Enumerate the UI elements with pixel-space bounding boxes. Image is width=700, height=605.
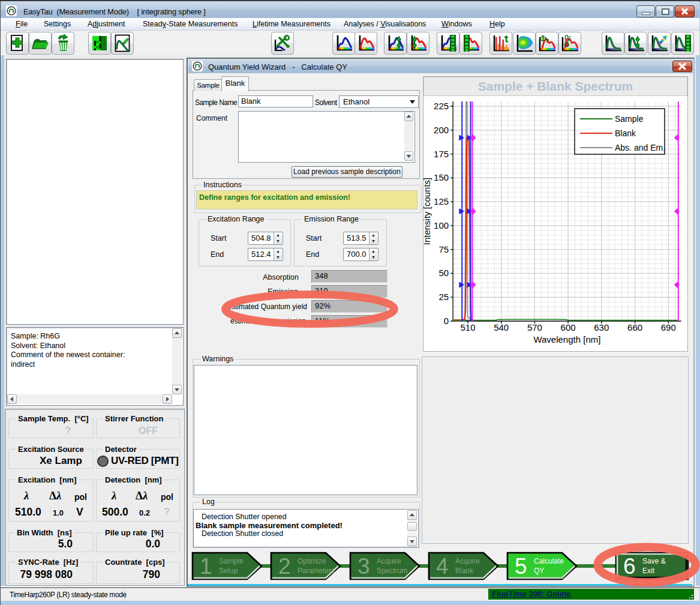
svg-text:25: 25: [438, 292, 449, 302]
svg-text:200: 200: [434, 125, 449, 135]
svg-text:F: F: [546, 38, 549, 44]
svg-text:600: 600: [561, 322, 576, 333]
svg-text:Spectrum: Spectrum: [377, 567, 407, 575]
svg-text:Blank: Blank: [615, 128, 636, 138]
svg-text:Calculate: Calculate: [534, 557, 564, 565]
svg-text:125: 125: [434, 196, 449, 206]
svg-text:QY: QY: [534, 567, 544, 575]
svg-text:Wavelength [nm]: Wavelength [nm]: [533, 334, 600, 345]
svg-text:175: 175: [434, 149, 449, 159]
svg-text:4: 4: [436, 554, 449, 579]
svg-text:540: 540: [494, 322, 509, 333]
svg-text:Blank: Blank: [455, 567, 474, 575]
svg-text:50: 50: [438, 268, 449, 278]
svg-text:100: 100: [434, 220, 449, 230]
svg-text:660: 660: [627, 322, 642, 333]
svg-text:5: 5: [515, 554, 527, 579]
svg-text:Sample: Sample: [615, 114, 644, 124]
svg-text:690: 690: [661, 322, 676, 333]
svg-text:510: 510: [460, 322, 475, 333]
svg-text:Sample: Sample: [219, 557, 244, 565]
svg-text:Sample + Blank Spectrum: Sample + Blank Spectrum: [478, 79, 633, 93]
svg-text:75: 75: [438, 244, 449, 254]
svg-text:Save &: Save &: [642, 557, 666, 565]
svg-text:Optimize: Optimize: [298, 557, 326, 565]
svg-text:150: 150: [434, 172, 449, 182]
svg-text:Exit: Exit: [642, 567, 655, 575]
svg-text:1: 1: [200, 554, 212, 579]
svg-text:3: 3: [357, 554, 370, 579]
svg-text:225: 225: [434, 101, 449, 111]
svg-text:570: 570: [527, 322, 542, 333]
svg-text:Parameters: Parameters: [298, 567, 335, 575]
svg-text:Abs. and Em.: Abs. and Em.: [615, 143, 665, 152]
svg-text:2: 2: [278, 554, 291, 579]
svg-text:Intensity [counts]: Intensity [counts]: [423, 178, 432, 245]
svg-text:Acquire: Acquire: [455, 557, 480, 565]
svg-text:Acquire: Acquire: [377, 557, 401, 565]
svg-text:630: 630: [594, 322, 609, 333]
svg-text:6: 6: [623, 554, 636, 579]
svg-text:0: 0: [444, 316, 449, 326]
svg-text:Setup: Setup: [219, 567, 238, 575]
